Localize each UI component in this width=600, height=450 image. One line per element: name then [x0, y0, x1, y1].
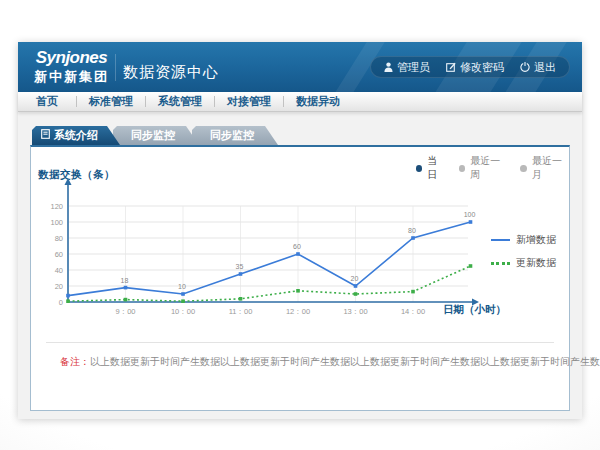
- tab-sync-monitor-1[interactable]: 同步监控: [113, 126, 199, 145]
- line-chart: 9：0010：0011：0012：0013：0014：0002040608010…: [31, 147, 569, 347]
- svg-text:100: 100: [50, 218, 63, 227]
- svg-text:80: 80: [408, 227, 416, 234]
- tab-bar: 系统介绍 同步监控 同步监控: [32, 126, 278, 145]
- page-title: 数据资源中心: [123, 63, 219, 82]
- user-menu: 管理员 修改密码 退出: [370, 56, 570, 78]
- user-menu-admin-label: 管理员: [397, 60, 430, 75]
- footnote: 备注：以上数据更新于时间产生数据以上数据更新于时间产生数据以上数据更新于时间产生…: [60, 355, 600, 369]
- svg-text:20: 20: [55, 282, 63, 291]
- svg-text:14：00: 14：00: [401, 307, 425, 316]
- logo: Synjones 新中新集团: [34, 49, 109, 83]
- legend-label: 新增数据: [516, 233, 556, 247]
- svg-text:60: 60: [293, 243, 301, 250]
- power-icon: [520, 62, 530, 72]
- nav-item-data-change[interactable]: 数据异动: [284, 94, 352, 109]
- legend-item-new-data: 新增数据: [491, 233, 556, 247]
- content-area: 系统介绍 同步监控 同步监控 当日 最近一周: [18, 112, 582, 419]
- tab-label: 同步监控: [210, 126, 254, 145]
- user-menu-logout-label: 退出: [534, 60, 556, 75]
- svg-text:12：00: 12：00: [286, 307, 310, 316]
- solid-line-icon: [491, 239, 510, 241]
- logo-company: 新中新集团: [34, 70, 109, 83]
- tab-system-intro[interactable]: 系统介绍: [32, 126, 120, 145]
- chart-panel: 当日 最近一周 最近一月 数据交换（条） 9：0010：0011：0012：00…: [30, 145, 570, 411]
- nav-item-home[interactable]: 首页: [18, 94, 76, 109]
- svg-text:10: 10: [178, 283, 186, 290]
- nav-item-system-mgmt[interactable]: 系统管理: [146, 94, 214, 109]
- footnote-prefix: 备注：: [60, 356, 90, 367]
- user-menu-change-password-label: 修改密码: [460, 60, 504, 75]
- svg-text:0: 0: [59, 298, 63, 307]
- dotted-line-icon: [491, 262, 510, 265]
- tab-label: 同步监控: [131, 126, 175, 145]
- legend-label: 更新数据: [516, 256, 556, 270]
- legend-item-update-data: 更新数据: [491, 256, 556, 270]
- x-axis-title: 日期（小时）: [443, 303, 506, 317]
- chart-legend: 新增数据 更新数据: [491, 233, 556, 279]
- document-icon: [41, 126, 50, 145]
- svg-text:11：00: 11：00: [229, 307, 253, 316]
- user-menu-change-password[interactable]: 修改密码: [446, 60, 504, 75]
- main-nav: 首页 标准管理 系统管理 对接管理 数据异动: [18, 92, 582, 112]
- user-menu-logout[interactable]: 退出: [520, 60, 556, 75]
- svg-text:35: 35: [236, 263, 244, 270]
- nav-item-docking-mgmt[interactable]: 对接管理: [215, 94, 283, 109]
- nav-item-standard-mgmt[interactable]: 标准管理: [77, 94, 145, 109]
- edit-icon: [446, 62, 456, 72]
- footnote-text: 以上数据更新于时间产生数据以上数据更新于时间产生数据以上数据更新于时间产生数据以…: [90, 356, 600, 367]
- svg-text:10：00: 10：00: [171, 307, 195, 316]
- svg-text:100: 100: [464, 211, 476, 218]
- svg-text:18: 18: [121, 277, 129, 284]
- svg-text:60: 60: [55, 250, 63, 259]
- app-header: Synjones 新中新集团 数据资源中心 管理员 修改密码 退出: [18, 42, 582, 92]
- logo-divider: [115, 54, 116, 81]
- svg-text:120: 120: [50, 202, 63, 211]
- tab-sync-monitor-2[interactable]: 同步监控: [192, 126, 278, 145]
- svg-text:20: 20: [351, 275, 359, 282]
- divider: [46, 342, 554, 343]
- user-menu-admin[interactable]: 管理员: [384, 60, 430, 75]
- svg-text:13：00: 13：00: [343, 307, 367, 316]
- svg-text:80: 80: [55, 234, 63, 243]
- app-window: Synjones 新中新集团 数据资源中心 管理员 修改密码 退出 首页 标准管…: [18, 42, 582, 419]
- tab-label: 系统介绍: [54, 126, 98, 145]
- svg-text:40: 40: [55, 266, 63, 275]
- user-icon: [384, 62, 393, 72]
- svg-text:9：00: 9：00: [115, 307, 135, 316]
- logo-brand: Synjones: [34, 49, 109, 66]
